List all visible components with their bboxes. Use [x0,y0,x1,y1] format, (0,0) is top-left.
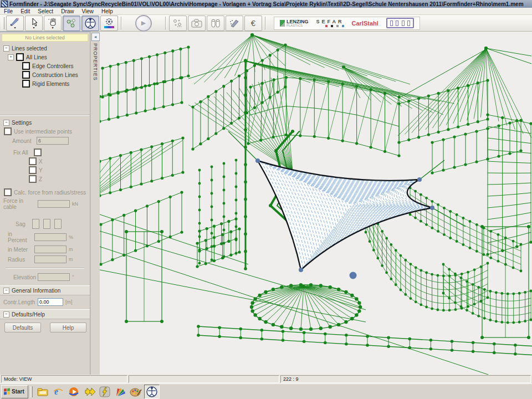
defaults-help-header[interactable]: − Defaults/Help [0,309,90,319]
collapse-panel-button[interactable]: ◄ [91,33,100,41]
toolbar-separator [121,17,122,30]
defaults-button[interactable]: Defaults [4,323,41,332]
toolbar-grip[interactable] [2,17,4,29]
taskbar: Start e [0,383,532,399]
collapse-icon[interactable]: − [3,288,9,294]
tree-item-rigid-elements[interactable]: Rigid Elements [0,79,90,88]
fix-x-row: X [0,157,90,166]
collapse-icon[interactable]: − [3,120,9,126]
quicklaunch-media-player[interactable] [66,385,81,398]
status-bar: Mode: VIEW 222 : 9 [0,375,532,383]
quicklaunch-sync-tool[interactable] [82,385,96,398]
run-formfinding-button[interactable]: ▶ [135,15,152,32]
collapse-icon[interactable]: − [3,311,9,318]
airbrush-icon [229,18,240,28]
dropdown-arrow-icon[interactable]: ▾ [14,27,16,29]
lenzing-icon [280,20,285,27]
molecule-icon [65,18,78,29]
contr-length-label: Contr.Length [3,299,35,305]
formfinder-window: Formfinder - J:\Seagate Sync\SyncRecycle… [0,0,532,399]
sag-option-3 [54,219,62,229]
partner-logo-4 [386,18,414,28]
quicklaunch-winamp[interactable] [98,385,112,398]
sag-meter-input [34,245,66,253]
draw-tool-button[interactable]: ▾ [6,16,24,31]
quicklaunch-folder[interactable] [35,385,50,398]
all-lines-checkbox[interactable] [16,53,24,61]
in-meter-label: in Meter [8,247,32,253]
calc-force-checkbox [4,188,12,196]
contr-length-input[interactable] [38,298,63,306]
vitruvian-man-icon [146,386,158,398]
pan-tool-button[interactable]: * ▾ [44,16,62,31]
coordinate-indicator: 222 : 9 [280,375,531,383]
toolbar-separator [165,17,166,30]
pencil-icon [9,18,21,27]
radius-label: Radius [8,257,32,263]
hand-icon: * [47,18,58,27]
quicklaunch-color-tool[interactable] [113,385,127,398]
in-percent-label: in Percent [8,231,32,243]
analysis-settings-button[interactable] [100,16,118,31]
formfinder-man-button[interactable] [81,16,99,31]
fix-z-row: Z [0,175,90,183]
dropdown-arrow-icon[interactable]: ▾ [52,27,53,29]
lenzing-logo: LENZINGPLASTICS [280,19,309,27]
fix-all-row: Fix All [0,148,90,157]
expand-icon[interactable]: + [8,54,14,60]
points-display-button[interactable] [169,16,187,31]
select-tool-button[interactable]: ▾ [25,16,43,31]
general-information-header[interactable]: − General Information [0,285,90,295]
folder-icon [37,387,49,397]
force-in-cable-input [38,200,70,208]
taskbar-separator [30,386,33,397]
tree-item-construction-lines[interactable]: Construction Lines [0,70,90,79]
menu-file[interactable]: File [0,8,17,14]
sag-percent-input [34,233,66,241]
wireframe-scene [100,32,532,375]
menu-view[interactable]: View [78,8,98,14]
menu-draw[interactable]: Draw [57,8,78,14]
settings-header[interactable]: − Settings [0,118,90,127]
use-intermediate-points-row: Use intermediate points [0,127,90,136]
tree-item-all-lines[interactable]: + All Lines [0,53,90,62]
lines-selected-header[interactable]: − Lines selected [0,44,90,53]
properties-tab-strip: ◄ PROPERTIES [90,32,100,375]
yellow-arrows-icon [83,387,95,397]
svg-text:e: e [54,387,58,396]
properties-panel: No Lines selected − Lines selected + All… [0,32,90,375]
dropdown-arrow-icon[interactable]: ▾ [33,27,34,29]
taskbar-formfinder[interactable] [144,385,160,399]
lightning-icon [99,386,110,397]
edge-controllers-checkbox[interactable] [22,62,30,70]
collapse-icon[interactable]: − [3,45,9,52]
start-button[interactable]: Start [1,385,28,398]
color-fan-icon [114,386,126,397]
amount-label: Amount [12,138,34,144]
snapshot-button[interactable] [188,16,206,31]
relaxation-tool-button[interactable] [63,16,80,31]
vitruvian-man-icon [84,17,96,29]
fabric-rolls-icon [210,18,221,28]
quicklaunch-internet-explorer[interactable]: e [51,385,65,398]
media-player-icon [68,386,79,397]
palette-icon [130,386,142,397]
construction-lines-checkbox[interactable] [22,71,30,79]
tree-item-edge-controllers[interactable]: Edge Controllers [0,62,90,70]
elevation-label: Elevation [13,274,35,280]
elevation-input [38,273,70,281]
menu-select[interactable]: Select [34,8,57,14]
properties-tab-label[interactable]: PROPERTIES [93,43,98,81]
menu-edit[interactable]: Edit [17,8,34,14]
sag-option-1 [32,219,39,229]
model-viewport[interactable] [100,32,532,375]
radius-input [34,255,66,263]
menu-help[interactable]: Help [98,8,117,14]
rigid-elements-checkbox[interactable] [22,80,30,88]
cost-button[interactable]: € [244,16,262,31]
quicklaunch-paint[interactable] [129,385,143,398]
airbrush-button[interactable] [226,16,243,31]
help-button[interactable]: Help [50,323,86,332]
materials-button[interactable] [207,16,224,31]
sefar-logo: SEFAR [316,19,344,27]
